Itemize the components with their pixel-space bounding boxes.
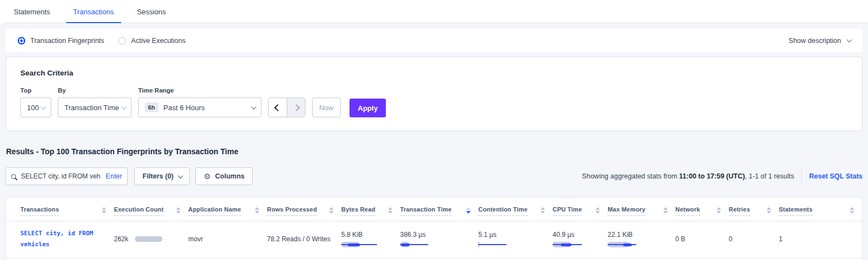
by-select-value: Transaction Time [64,104,119,112]
column-header-execution-count[interactable]: Execution Count [114,206,163,216]
radio-transaction-fingerprints[interactable]: Transaction Fingerprints [18,37,104,45]
columns-button[interactable]: ⚙ Columns [195,167,253,185]
transaction-fingerprint-link[interactable]: SELECT city, id FROM vehicles [20,228,115,250]
next-time-window-button[interactable] [287,98,305,117]
by-label: By [58,87,132,94]
column-header-max-memory[interactable]: Max Memory [608,206,646,216]
time-range-label: Time Range [138,87,261,94]
table-row: SELECT city, id FROM vehicles 262k movr … [6,221,862,258]
transaction-time-cell: 386.3 µs [400,231,471,247]
column-header-retries[interactable]: Retries [729,206,750,216]
radio-label: Active Executions [131,37,185,45]
cpu-time-cell: 40.9 µs [553,231,600,247]
column-header-transactions[interactable]: Transactions [20,206,59,216]
filters-button[interactable]: Filters (0) [134,167,190,185]
page-tabs: Statements Transactions Sessions [0,0,868,23]
by-control: By Transaction Time [58,87,132,117]
chevron-down-icon [251,104,256,110]
transaction-time-bar [400,242,440,247]
search-criteria-controls: Top 100 By Transaction Time Time Range 6… [20,87,848,117]
radio-unselected-icon [118,37,126,45]
view-radio-group: Transaction Fingerprints Active Executio… [18,37,185,45]
column-header-bytes-read[interactable]: Bytes Read [341,206,375,216]
tab-statements[interactable]: Statements [2,0,62,23]
chevron-right-icon [293,104,300,111]
chevron-left-icon [274,104,281,111]
sort-icon[interactable] [717,206,721,214]
sort-icon[interactable] [176,206,181,214]
filters-label: Filters (0) [143,172,173,180]
top-label: Top [20,87,51,94]
transactions-table: Transactions Execution Count Application… [6,198,862,258]
rows-processed-cell: 78.2 Reads / 0 Writes [267,235,330,243]
search-criteria-panel: Search Criteria Top 100 By Transaction T… [6,57,862,131]
radio-selected-icon [18,37,25,45]
column-header-network[interactable]: Network [675,206,700,216]
sort-icon[interactable] [541,206,545,214]
enter-hint[interactable]: Enter [106,172,122,180]
sort-icon[interactable] [388,206,392,214]
statements-cell: 1 [779,235,783,243]
results-heading: Results - Top 100 Transaction Fingerprin… [6,147,862,156]
aggregated-stats-text: Showing aggregated stats from 11:00 to 1… [582,172,794,180]
cpu-time-bar [553,242,592,247]
chevron-down-icon [178,173,183,178]
search-input[interactable] [20,172,102,181]
apply-button[interactable]: Apply [350,99,386,117]
stats-time-range: 11:00 to 17:59 (UTC) [679,172,745,180]
transactions-table-card: Transactions Execution Count Application… [6,197,862,260]
search-criteria-title: Search Criteria [20,69,848,77]
search-icon [11,174,16,179]
view-toggle-bar: Transaction Fingerprints Active Executio… [6,29,862,52]
contention-time-bar [478,242,518,247]
show-description-toggle[interactable]: Show description [789,37,850,45]
time-range-pager [268,98,305,117]
max-memory-bar [608,242,647,247]
table-header-row: Transactions Execution Count Application… [6,198,862,221]
radio-active-executions[interactable]: Active Executions [118,37,185,45]
max-memory-cell: 22.1 KiB [608,231,668,247]
time-range-select[interactable]: 6h Past 6 Hours [138,98,261,117]
retries-cell: 0 [729,235,733,243]
column-header-statements[interactable]: Statements [779,206,812,216]
column-header-transaction-time[interactable]: Transaction Time [400,206,451,216]
application-name-cell: movr [188,235,203,243]
radio-label: Transaction Fingerprints [30,37,104,45]
sort-icon[interactable] [596,206,600,214]
sort-icon[interactable] [850,206,854,214]
top-select[interactable]: 100 [20,98,51,117]
previous-time-window-button[interactable] [269,98,287,117]
chevron-down-icon [847,37,852,42]
vertical-divider [801,169,802,184]
top-control: Top 100 [20,87,51,117]
time-range-control: Time Range 6h Past 6 Hours [138,87,261,117]
fingerprint-search-box[interactable]: Enter [6,167,128,185]
sort-icon-active-desc[interactable] [466,206,471,214]
contention-time-cell: 5.1 µs [478,231,545,247]
sort-icon[interactable] [102,206,106,214]
tab-sessions[interactable]: Sessions [125,0,178,23]
network-cell: 0 B [675,235,685,243]
sort-icon[interactable] [767,206,771,214]
chevron-down-icon [41,104,46,110]
execution-count-cell: 262k [114,235,181,243]
execution-count-bar [135,236,162,242]
sort-icon[interactable] [255,206,259,214]
column-header-rows-processed[interactable]: Rows Processed [267,206,317,216]
column-header-application-name[interactable]: Application Name [188,206,241,216]
tab-transactions[interactable]: Transactions [62,0,125,23]
reset-sql-stats-link[interactable]: Reset SQL Stats [809,172,862,180]
bytes-read-bar [341,242,381,247]
column-header-cpu-time[interactable]: CPU Time [553,206,582,216]
now-button[interactable]: Now [312,98,341,117]
bytes-read-cell: 5.8 KiB [341,231,392,247]
column-header-contention-time[interactable]: Contention Time [478,206,528,216]
by-select[interactable]: Transaction Time [58,98,132,117]
time-range-badge: 6h [145,102,159,112]
time-range-value: Past 6 Hours [163,104,205,112]
sort-icon[interactable] [329,206,334,214]
sort-icon[interactable] [663,206,668,214]
columns-label: Columns [215,172,244,180]
show-description-label: Show description [789,37,841,45]
top-select-value: 100 [27,104,39,112]
